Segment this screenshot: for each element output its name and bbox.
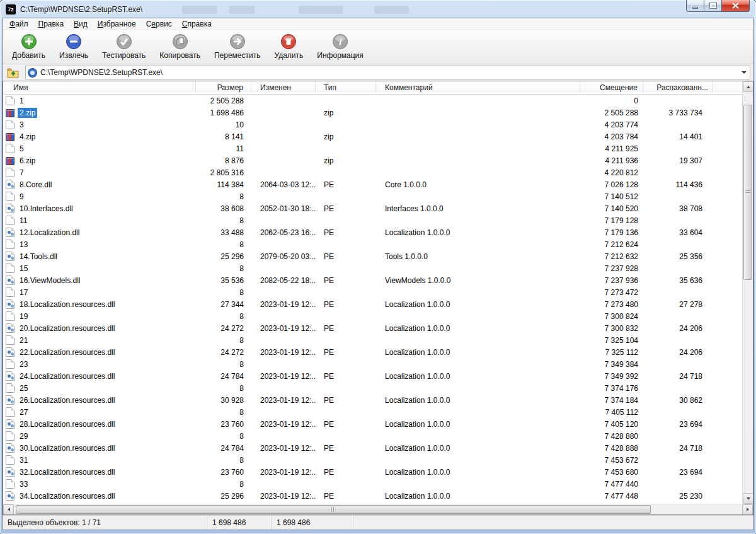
column-header-size[interactable]: Размер — [196, 81, 251, 94]
close-button[interactable] — [721, 0, 750, 12]
table-row[interactable]: 11 8 7 179 128 — [3, 214, 742, 226]
table-row[interactable]: 34.Localization.resources.dll 25 296 202… — [3, 490, 742, 502]
table-row[interactable]: 32.Localization.resources.dll 23 760 202… — [3, 466, 742, 478]
column-header-offset[interactable]: Смещение — [580, 81, 643, 94]
menu-favorites[interactable]: Избранное — [93, 19, 141, 30]
table-row[interactable]: 12.Localization.dll 33 488 2062-05-23 16… — [3, 226, 742, 238]
table-row[interactable]: 20.Localization.resources.dll 24 272 202… — [3, 322, 742, 334]
table-row[interactable]: 29 8 7 428 880 — [3, 430, 742, 442]
file-icon — [6, 216, 14, 225]
cell-offset: 7 140 512 — [580, 192, 643, 201]
scroll-right-icon — [747, 508, 749, 511]
horizontal-scroll-thumb[interactable] — [16, 505, 651, 514]
test-button[interactable]: Тестировать — [95, 33, 152, 61]
copy-button[interactable]: Копировать — [152, 33, 207, 61]
cell-size: 25 296 — [196, 492, 251, 501]
table-row[interactable]: 19 8 7 300 824 — [3, 310, 742, 322]
table-row[interactable]: 22.Localization.resources.dll 24 272 202… — [3, 346, 742, 358]
cell-unpacked: 23 694 — [643, 468, 713, 477]
cell-size: 8 — [196, 312, 251, 321]
table-row[interactable]: 9 8 7 140 512 — [3, 190, 742, 202]
cell-offset: 7 237 936 — [580, 276, 643, 285]
cell-size: 8 — [196, 240, 251, 249]
title-bar[interactable]: 7z C:\Temp\WPDNSE\2.SetupRST.exe\ — [3, 0, 753, 18]
table-row[interactable]: 4.zip 8 141 zip 4 203 784 14 401 — [3, 131, 742, 142]
cell-offset: 7 428 888 — [580, 444, 643, 453]
delete-button[interactable]: Удалить — [268, 33, 311, 61]
table-row[interactable]: 13 8 7 212 624 — [3, 238, 742, 250]
column-header-unpacked[interactable]: Распакованн... — [643, 81, 713, 94]
extract-button[interactable]: Извлечь — [52, 33, 95, 61]
scroll-left-button[interactable] — [3, 504, 14, 515]
up-folder-button[interactable] — [6, 66, 21, 79]
menu-edit[interactable]: Правка — [33, 19, 69, 30]
scroll-up-button[interactable] — [743, 81, 753, 92]
table-row[interactable]: 33 8 7 477 440 — [3, 478, 742, 490]
cell-modified: 2023-01-19 12:... — [251, 492, 316, 501]
cell-size: 23 760 — [196, 420, 251, 429]
info-icon: i — [332, 33, 348, 50]
cell-offset: 7 477 440 — [580, 480, 643, 489]
table-row[interactable]: 31 8 7 453 672 — [3, 454, 742, 466]
cell-type: PE — [316, 300, 376, 309]
cell-size: 1 698 486 — [196, 108, 251, 117]
add-button[interactable]: Добавить — [5, 33, 52, 61]
menu-help[interactable]: Справка — [177, 19, 217, 30]
cell-offset: 2 505 288 — [580, 108, 643, 117]
menu-file[interactable]: Файл — [4, 19, 33, 30]
file-icon — [6, 264, 14, 273]
cell-offset: 7 273 480 — [580, 300, 643, 309]
cell-size: 8 — [196, 264, 251, 273]
horizontal-scroll-track[interactable] — [14, 504, 742, 514]
table-row[interactable]: 6.zip 8 876 zip 4 211 936 19 307 — [3, 154, 742, 166]
table-row[interactable]: 23 8 7 349 384 — [3, 358, 742, 370]
table-row[interactable]: 30.Localization.resources.dll 24 784 202… — [3, 442, 742, 454]
file-name: 30.Localization.resources.dll — [18, 443, 117, 453]
dll-icon — [6, 276, 14, 285]
table-row[interactable]: 10.Interfaces.dll 38 608 2052-01-30 18:.… — [3, 202, 742, 214]
address-combo[interactable]: C:\Temp\WPDNSE\2.SetupRST.exe\ — [25, 66, 750, 79]
maximize-button[interactable] — [704, 0, 721, 12]
table-row[interactable]: 3 10 4 203 774 — [3, 119, 742, 131]
scroll-down-button[interactable] — [743, 493, 753, 504]
table-row[interactable]: 16.ViewModels.dll 35 536 2082-05-22 18:.… — [3, 274, 742, 286]
cell-size: 24 272 — [196, 348, 251, 357]
column-header-name[interactable]: Имя — [3, 81, 196, 94]
table-row[interactable]: 2.zip 1 698 486 zip 2 505 288 3 733 734 — [3, 107, 742, 119]
menu-view[interactable]: Вид — [69, 19, 93, 30]
table-row[interactable]: 21 8 7 325 104 — [3, 334, 742, 346]
table-row[interactable]: 8.Core.dll 114 384 2064-03-03 12:... PE … — [3, 178, 742, 190]
menu-tools[interactable]: Сервис — [141, 19, 177, 30]
column-header-type[interactable]: Тип — [316, 81, 376, 94]
table-row[interactable]: 15 8 7 237 928 — [3, 262, 742, 274]
table-row[interactable]: 27 8 7 405 112 — [3, 406, 742, 418]
column-header-comment[interactable]: Комментарий — [376, 81, 580, 94]
vertical-scroll-thumb[interactable] — [743, 105, 752, 280]
minimize-button[interactable] — [686, 0, 704, 12]
horizontal-scrollbar[interactable] — [3, 504, 753, 514]
table-row[interactable]: 5 11 4 211 925 — [3, 142, 742, 154]
dll-icon — [6, 347, 14, 357]
table-row[interactable]: 18.Localization.resources.dll 27 344 202… — [3, 298, 742, 310]
cell-unpacked: 114 436 — [643, 180, 713, 189]
vertical-scrollbar[interactable] — [742, 81, 753, 504]
app-icon: 7z — [6, 4, 16, 15]
table-row[interactable]: 14.Tools.dll 25 296 2079-05-20 03:... PE… — [3, 250, 742, 262]
app-window: 7z C:\Temp\WPDNSE\2.SetupRST.exe\ Файл П… — [0, 0, 756, 534]
column-header-modified[interactable]: Изменен — [251, 81, 316, 94]
cell-modified: 2023-01-19 12:... — [251, 420, 316, 429]
file-icon — [6, 144, 14, 153]
address-dropdown-button[interactable] — [738, 66, 750, 79]
table-row[interactable]: 25 8 7 374 176 — [3, 382, 742, 394]
table-row[interactable]: 24.Localization.resources.dll 24 784 202… — [3, 370, 742, 382]
vertical-scroll-track[interactable] — [743, 92, 753, 493]
table-row[interactable]: 17 8 7 273 472 — [3, 286, 742, 298]
scroll-right-button[interactable] — [742, 504, 753, 515]
table-row[interactable]: 1 2 505 288 0 — [3, 95, 742, 107]
info-button[interactable]: i Информация — [310, 33, 370, 61]
table-row[interactable]: 26.Localization.resources.dll 30 928 202… — [3, 394, 742, 406]
table-row[interactable]: 28.Localization.resources.dll 23 760 202… — [3, 418, 742, 430]
table-row[interactable]: 7 2 805 316 4 220 812 — [3, 166, 742, 178]
move-button[interactable]: Переместить — [207, 33, 268, 61]
cell-offset: 7 325 112 — [580, 348, 643, 357]
